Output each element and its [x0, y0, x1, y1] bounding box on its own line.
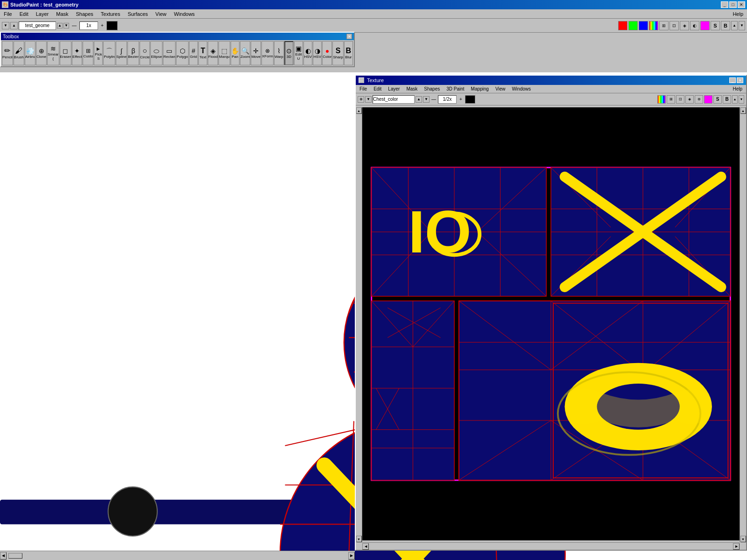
texture-palette-btn1[interactable]: ⊞ — [667, 95, 675, 104]
palette-btn4[interactable]: ◐ — [690, 21, 699, 30]
toolbar-arrow2[interactable]: ▲ — [10, 22, 18, 29]
tool-brush[interactable]: 🖌 Brush — [14, 41, 24, 65]
texture-scroll-up[interactable]: ▲ — [732, 95, 738, 104]
texture-zoom-input[interactable]: 1/2x — [438, 95, 457, 104]
toolbar-plus[interactable]: + — [99, 22, 106, 29]
texture-scroll-dn[interactable]: ▼ — [739, 95, 744, 104]
palette-btn1[interactable]: ⊞ — [659, 21, 669, 30]
texture-menu-mask[interactable]: Mask — [404, 86, 419, 92]
toolbar-minus[interactable]: — — [70, 22, 78, 29]
texture-menu-3dpaint[interactable]: 3D Paint — [444, 86, 466, 92]
tool-spline[interactable]: ∫ Spline — [116, 41, 127, 65]
palette-btn3[interactable]: ◈ — [680, 21, 689, 30]
tool-3d[interactable]: ⊙ 3D — [284, 41, 294, 65]
main-hscroll-left[interactable]: ◀ — [0, 552, 7, 560]
tool-effect[interactable]: ✦ Effect — [72, 41, 82, 65]
zoom-input[interactable]: 1x — [79, 21, 98, 30]
canvas-down[interactable]: ▼ — [423, 96, 430, 103]
texture-tool-arrow[interactable]: ▼ — [365, 96, 372, 103]
texture-menu-help[interactable]: Help — [731, 86, 744, 92]
tool-move[interactable]: ✛ Move — [251, 41, 261, 65]
texture-menu-windows[interactable]: Windows — [510, 86, 533, 92]
tool-hsv1[interactable]: ◐ HSV — [303, 41, 312, 65]
tool-hsv2[interactable]: ◑ HSV — [313, 41, 322, 65]
minimize-button[interactable]: _ — [721, 1, 728, 8]
tool-warp[interactable]: ⌇ Warp — [274, 41, 284, 65]
texture-vscroll-up[interactable]: ▲ — [356, 107, 362, 114]
palette-b[interactable]: B — [721, 21, 730, 30]
texture-menu-edit[interactable]: Edit — [372, 86, 383, 92]
main-hscroll-right[interactable]: ▶ — [348, 552, 355, 560]
tool-polylin[interactable]: ⌒ Polylin — [103, 41, 115, 65]
menu-surfaces[interactable]: Surfaces — [126, 11, 149, 17]
canvas-name-input[interactable]: Chest_color — [373, 95, 415, 104]
tool-grid[interactable]: # Grid — [189, 41, 198, 65]
tool-clone[interactable]: ⊕ Clone — [36, 41, 47, 65]
tool-pencil[interactable]: ✏ Pencil — [2, 41, 13, 65]
texture-vscroll-dn[interactable]: ▼ — [356, 536, 362, 542]
toolbar-doc-down[interactable]: ▼ — [63, 23, 69, 28]
texture-palette-btn2[interactable]: ⊡ — [676, 95, 684, 104]
texture-palette-btn4[interactable]: ⊛ — [695, 95, 703, 104]
texture-hscroll-left[interactable]: ◀ — [362, 543, 369, 550]
canvas-up[interactable]: ▲ — [416, 96, 422, 103]
texture-menu-shapes[interactable]: Shapes — [422, 86, 442, 92]
tool-bezier[interactable]: β Bezier — [127, 41, 139, 65]
texture-plus[interactable]: + — [458, 96, 464, 103]
palette-btn2[interactable]: ⊡ — [669, 21, 679, 30]
tool-color[interactable]: ● Color — [322, 41, 332, 65]
texture-color-box[interactable] — [465, 95, 475, 104]
texture-menu-layer[interactable]: Layer — [386, 86, 402, 92]
texture-minimize[interactable]: _ — [729, 77, 736, 83]
menu-file[interactable]: File — [2, 11, 14, 17]
tool-pan[interactable]: ✋ Pan — [231, 41, 240, 65]
toolbar-color[interactable] — [106, 21, 118, 30]
tool-ellipse[interactable]: ⬭ Ellipse — [150, 41, 162, 65]
tool-xform[interactable]: ⊗ XForm — [261, 41, 274, 65]
texture-minus[interactable]: — — [430, 96, 437, 103]
tool-circle[interactable]: ○ Circle — [140, 41, 150, 65]
tool-zoom[interactable]: 🔍 Zoom — [240, 41, 250, 65]
texture-palette-magenta[interactable] — [704, 95, 712, 104]
palette-s[interactable]: S — [711, 21, 720, 30]
texture-tool-icon[interactable]: ⊕ — [358, 96, 364, 103]
menu-textures[interactable]: Textures — [99, 11, 122, 17]
palette-gradient[interactable] — [649, 21, 658, 30]
menu-edit[interactable]: Edit — [18, 11, 30, 17]
main-hscroll-thumb[interactable] — [8, 553, 22, 559]
texture-palette-s[interactable]: S — [713, 95, 722, 104]
tool-sharp[interactable]: S Sharp — [332, 41, 343, 65]
palette-scroll-down[interactable]: ▼ — [739, 21, 745, 30]
palette-scroll-up[interactable]: ▲ — [731, 21, 738, 30]
texture-close[interactable]: ✕ — [737, 77, 743, 83]
menu-layer[interactable]: Layer — [34, 11, 51, 17]
texture-palette-btn3[interactable]: ◈ — [685, 95, 694, 104]
toolbar-doc-up[interactable]: ▲ — [57, 23, 63, 28]
texture-window-menu[interactable]: — — [359, 77, 364, 83]
menu-windows[interactable]: Windows — [172, 11, 197, 17]
texture-vscroll-right-up[interactable]: ▲ — [740, 107, 746, 114]
tool-edit-u[interactable]: ▣ Edit U — [294, 41, 303, 65]
tool-polygon[interactable]: ⬡ Polygo — [176, 41, 188, 65]
texture-palette-b[interactable]: B — [723, 95, 731, 104]
palette-magenta[interactable] — [700, 21, 710, 30]
tool-text[interactable]: T Text — [198, 41, 207, 65]
texture-menu-file[interactable]: File — [358, 86, 369, 92]
texture-palette-gradient[interactable] — [657, 95, 666, 104]
palette-blue[interactable] — [639, 21, 648, 30]
tool-marquee[interactable]: ⬚ Marqu — [218, 41, 230, 65]
toolbox-close[interactable]: ✕ — [346, 34, 352, 39]
palette-red[interactable] — [618, 21, 627, 30]
tool-blur[interactable]: B Blur — [344, 41, 353, 65]
texture-vscroll-right-dn[interactable]: ▼ — [740, 536, 746, 542]
tool-eraser[interactable]: ◻ Eraser — [60, 41, 72, 65]
tool-rectangle[interactable]: ▭ Rectan — [163, 41, 176, 65]
tool-custom[interactable]: ⊞ Custo — [83, 41, 93, 65]
menu-view[interactable]: View — [154, 11, 169, 17]
close-button[interactable]: ✕ — [738, 1, 745, 8]
palette-green[interactable] — [628, 21, 638, 30]
texture-menu-mapping[interactable]: Mapping — [469, 86, 491, 92]
document-name-input[interactable]: test_geome — [19, 21, 56, 30]
menu-shapes[interactable]: Shapes — [74, 11, 95, 17]
texture-hscroll-right[interactable]: ▶ — [733, 543, 740, 550]
